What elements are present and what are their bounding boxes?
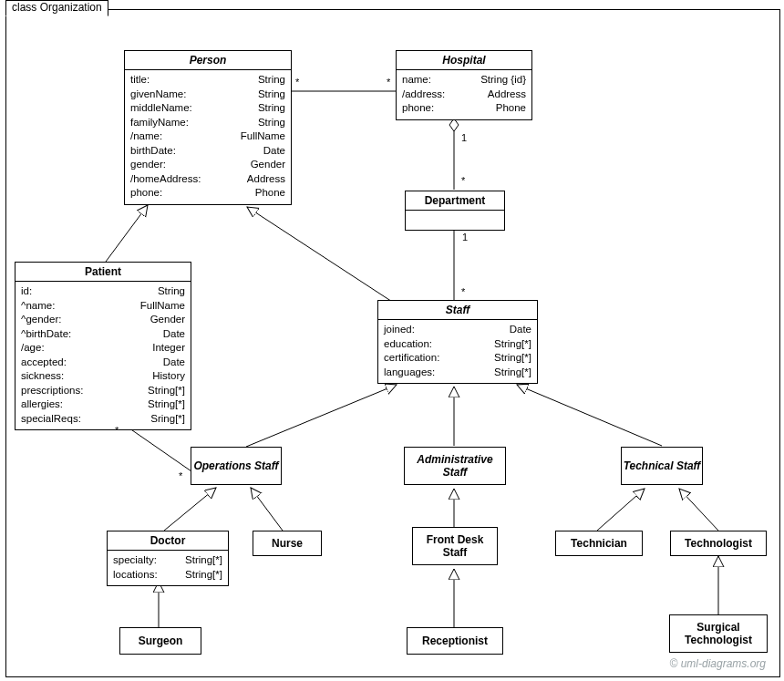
class-ops-staff: Operations Staff xyxy=(191,447,282,485)
class-frontdesk: Front Desk Staff xyxy=(412,527,498,565)
class-admin-staff-title: Administrative Staff xyxy=(405,453,505,480)
class-receptionist-title: Receptionist xyxy=(422,635,488,647)
class-receptionist: Receptionist xyxy=(407,627,503,655)
class-technician-title: Technician xyxy=(571,537,627,550)
watermark: © uml-diagrams.org xyxy=(669,657,766,670)
mult-patient-ops-right: * xyxy=(179,470,182,481)
class-tech-staff: Technical Staff xyxy=(621,447,703,485)
class-admin-staff: Administrative Staff xyxy=(404,447,506,485)
class-department: Department xyxy=(405,191,505,231)
class-hospital: Hospital name:String {id} /address:Addre… xyxy=(396,50,532,120)
class-nurse-title: Nurse xyxy=(272,537,303,550)
class-nurse: Nurse xyxy=(253,531,322,556)
class-technologist: Technologist xyxy=(670,531,767,556)
class-patient: Patient id:String ^name:FullName ^gender… xyxy=(15,262,191,430)
class-person: Person title:String givenName:String mid… xyxy=(124,50,292,205)
class-hospital-title: Hospital xyxy=(397,51,531,70)
mult-hospital-dept-star: * xyxy=(461,175,465,186)
class-person-body: title:String givenName:String middleName… xyxy=(125,70,291,204)
class-ops-staff-title: Operations Staff xyxy=(193,459,278,472)
class-technologist-title: Technologist xyxy=(685,537,752,550)
class-staff-title: Staff xyxy=(378,301,537,320)
class-frontdesk-title: Front Desk Staff xyxy=(413,533,497,560)
class-doctor-title: Doctor xyxy=(108,531,228,551)
mult-patient-ops-left: * xyxy=(115,425,119,436)
class-patient-title: Patient xyxy=(15,263,191,282)
class-surgeon-title: Surgeon xyxy=(139,635,183,647)
class-department-title: Department xyxy=(406,191,504,211)
class-staff: Staff joined:Date education:String[*] ce… xyxy=(377,300,538,384)
class-person-title: Person xyxy=(125,51,291,70)
class-doctor: Doctor specialty:String[*] locations:Str… xyxy=(107,531,229,586)
mult-dept-staff-1: 1 xyxy=(462,232,468,242)
class-surg-tech-title: Surgical Technologist xyxy=(670,621,767,647)
uml-canvas: class Organization xyxy=(0,0,784,681)
class-surg-tech: Surgical Technologist xyxy=(669,614,768,653)
class-tech-staff-title: Technical Staff xyxy=(624,459,701,472)
class-surgeon: Surgeon xyxy=(119,627,201,655)
class-hospital-body: name:String {id} /address:Address phone:… xyxy=(397,70,531,119)
mult-dept-staff-star: * xyxy=(461,286,465,297)
frame-label: class Organization xyxy=(5,0,108,16)
mult-person-hospital-left: * xyxy=(295,77,299,88)
class-staff-body: joined:Date education:String[*] certific… xyxy=(378,320,537,383)
class-patient-body: id:String ^name:FullName ^gender:Gender … xyxy=(15,282,191,429)
mult-hospital-dept-1: 1 xyxy=(461,132,467,143)
mult-person-hospital-right: * xyxy=(387,77,390,88)
class-technician: Technician xyxy=(555,531,643,556)
